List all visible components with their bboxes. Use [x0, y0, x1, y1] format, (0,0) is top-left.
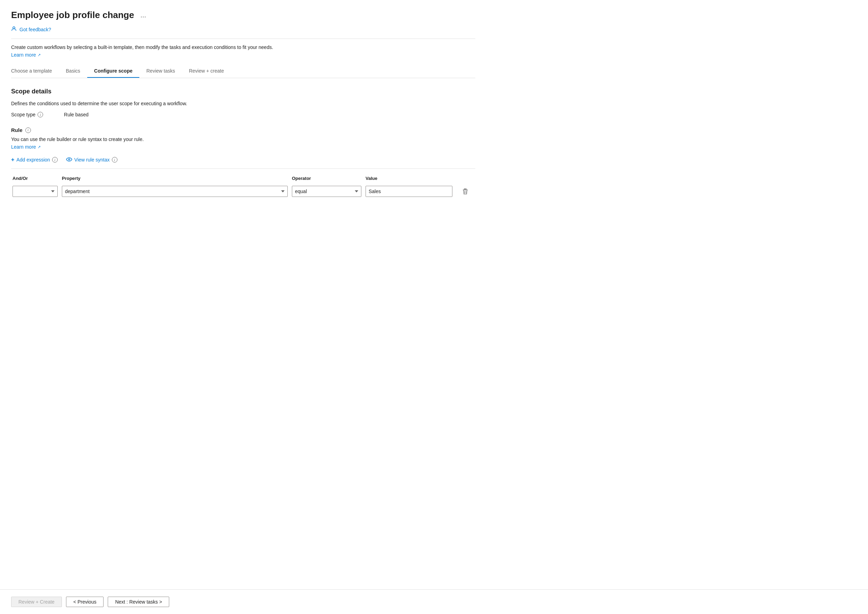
svg-point-0 — [13, 27, 15, 29]
feedback-link[interactable]: Got feedback? — [19, 27, 51, 32]
scope-type-label: Scope type — [11, 112, 36, 117]
delete-row-button[interactable] — [457, 187, 474, 196]
rule-table-header: And/Or Property Operator Value — [11, 176, 475, 181]
col-value: Value — [366, 176, 452, 181]
rule-info-icon[interactable]: i — [25, 127, 31, 133]
rule-external-link-icon: ↗ — [37, 145, 40, 149]
scope-section-title: Scope details — [11, 88, 475, 95]
plus-icon: + — [11, 157, 14, 163]
wizard-tabs: Choose a template Basics Configure scope… — [11, 65, 475, 78]
scope-type-info-icon[interactable]: i — [37, 112, 43, 117]
rule-desc: You can use the rule builder or rule syn… — [11, 136, 475, 142]
col-operator: Operator — [292, 176, 361, 181]
col-property: Property — [62, 176, 288, 181]
tab-basics[interactable]: Basics — [59, 65, 87, 78]
property-select[interactable]: department jobTitle department — [62, 186, 288, 197]
svg-point-1 — [68, 159, 70, 160]
previous-button[interactable]: < Previous — [66, 597, 104, 607]
tab-review-create[interactable]: Review + create — [182, 65, 231, 78]
col-and-or: And/Or — [12, 176, 58, 181]
table-row: And Or department jobTitle department eq… — [11, 185, 475, 198]
review-create-button: Review + Create — [11, 597, 62, 607]
add-expression-info-icon[interactable]: i — [52, 157, 58, 163]
rule-learn-more-link[interactable]: Learn more ↗ — [11, 144, 40, 150]
footer-bar: Review + Create < Previous Next : Review… — [0, 589, 868, 614]
scope-type-value: Rule based — [64, 112, 89, 117]
next-button[interactable]: Next : Review tasks > — [108, 597, 169, 607]
eye-icon — [66, 157, 72, 163]
view-rule-syntax-button[interactable]: View rule syntax i — [66, 157, 118, 163]
expression-toolbar: + Add expression i View rule syntax i — [11, 157, 475, 169]
value-input[interactable] — [366, 186, 452, 197]
learn-more-link[interactable]: Learn more ↗ — [11, 52, 40, 57]
tab-choose-template[interactable]: Choose a template — [11, 65, 59, 78]
page-title: Employee job profile change — [11, 10, 134, 20]
ellipsis-menu-button[interactable]: ... — [138, 11, 148, 20]
view-syntax-info-icon[interactable]: i — [112, 157, 118, 163]
scope-section-desc: Defines the conditions used to determine… — [11, 101, 475, 106]
external-link-icon: ↗ — [37, 53, 40, 57]
tab-review-tasks[interactable]: Review tasks — [139, 65, 182, 78]
add-expression-button[interactable]: + Add expression i — [11, 157, 58, 163]
operator-select[interactable]: equal not equal contains — [292, 186, 361, 197]
svg-rect-2 — [463, 190, 468, 190]
tab-configure-scope[interactable]: Configure scope — [87, 65, 139, 78]
description-text: Create custom workflows by selecting a b… — [11, 45, 475, 50]
feedback-icon — [11, 26, 17, 33]
rule-title: Rule — [11, 127, 23, 133]
and-or-select[interactable]: And Or — [12, 186, 58, 197]
